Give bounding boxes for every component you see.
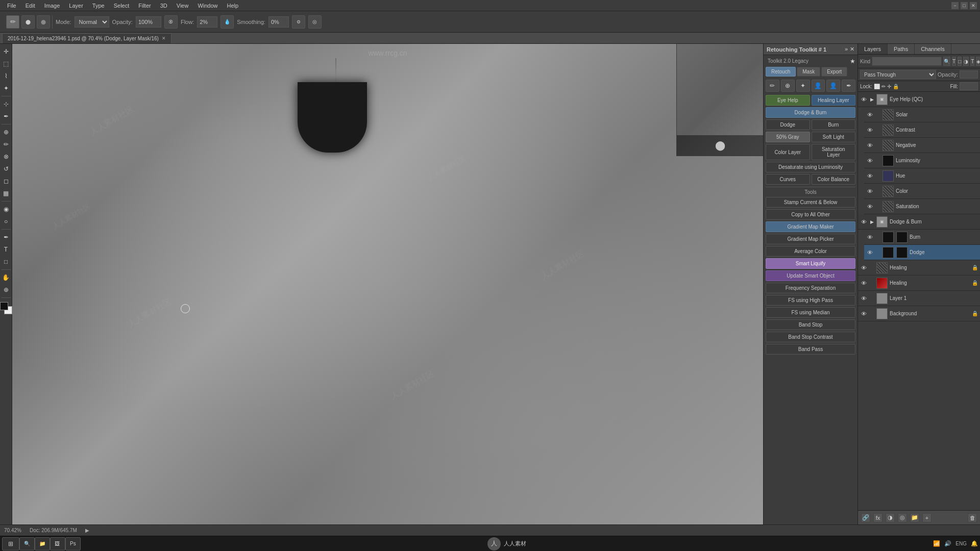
active-file-tab[interactable]: 2016-12-19_helena23946 1.psd @ 70.4% (Do… xyxy=(2,33,172,43)
layer-item-background[interactable]: 👁 Background 🔒 xyxy=(858,306,980,321)
site-logo[interactable]: 人 xyxy=(487,537,501,550)
smart-liquify-button[interactable]: Smart Liquify xyxy=(766,258,855,269)
new-adjustment-button[interactable]: ◎ xyxy=(898,513,907,522)
crop-tool[interactable]: ⊹ xyxy=(1,98,12,110)
layer-item-layer1[interactable]: 👁 Layer 1 xyxy=(858,291,980,306)
toolkit-tab-export[interactable]: Export xyxy=(821,67,847,77)
color-balance-button[interactable]: Color Balance xyxy=(812,174,856,185)
lock-move-icon[interactable]: ✛ xyxy=(887,84,891,89)
layer-type-icon[interactable]: T xyxy=(952,57,956,66)
layer-shape-icon[interactable]: ◈ xyxy=(976,57,980,66)
fs-median-button[interactable]: FS using Median xyxy=(766,307,855,318)
layer-item-healing-1[interactable]: 👁 Healing 🔒 xyxy=(858,260,980,276)
layer-filter-icon[interactable]: □ xyxy=(958,57,962,66)
brush-palette-tool[interactable]: ✏ xyxy=(1,139,12,150)
healing-tool[interactable]: ⊕ xyxy=(1,127,12,138)
ps-taskbar[interactable]: Ps xyxy=(65,537,81,550)
tk-icon-brush[interactable]: ✏ xyxy=(766,80,779,92)
brush-size-icon[interactable]: ⬤ xyxy=(21,15,35,29)
tk-icon-healing[interactable]: ✦ xyxy=(796,80,810,92)
smoothing-options-icon[interactable]: ⚙ xyxy=(292,15,305,29)
visibility-eye-help[interactable]: 👁 xyxy=(860,96,867,103)
add-style-button[interactable]: fx xyxy=(873,513,883,522)
new-group-button[interactable]: 📁 xyxy=(910,513,919,522)
toolkit-close-icon[interactable]: ✕ xyxy=(850,46,854,53)
layer-item-burn[interactable]: 👁 Burn xyxy=(864,230,980,245)
tk-icon-brush2[interactable]: ✒ xyxy=(842,80,855,92)
pressure-icon[interactable]: ⦿ xyxy=(164,15,178,29)
search-icon[interactable]: 🔍 xyxy=(943,57,950,66)
burn-button[interactable]: Burn xyxy=(812,119,856,130)
menu-select[interactable]: Select xyxy=(110,2,134,10)
toolkit-favorite-icon[interactable]: ★ xyxy=(850,58,855,65)
visibility-luminosity[interactable]: 👁 xyxy=(866,157,873,164)
toolkit-tab-retouch[interactable]: Retouch xyxy=(766,67,796,77)
layer-item-dodge-burn-group[interactable]: 👁 ▶ ▣ Dodge & Burn xyxy=(858,214,980,230)
visibility-burn[interactable]: 👁 xyxy=(866,234,873,241)
toolkit-expand-icon[interactable]: » xyxy=(845,46,848,53)
saturation-layer-button[interactable]: Saturation Layer xyxy=(812,144,856,160)
visibility-solar[interactable]: 👁 xyxy=(866,111,873,118)
text-tool[interactable]: T xyxy=(1,244,12,255)
layer-item-color[interactable]: 👁 Color xyxy=(864,184,980,199)
layer-item-eye-help-group[interactable]: 👁 ▶ ▣ Eye Help (QC) xyxy=(858,92,980,107)
expand-dodge-burn[interactable]: ▶ xyxy=(869,219,874,224)
eye-help-button[interactable]: Eye Help xyxy=(766,95,810,106)
stamp-current-button[interactable]: Stamp Current & Below xyxy=(766,197,855,208)
tab-layers[interactable]: Layers xyxy=(858,44,888,54)
gradient-map-picker-button[interactable]: Gradient Map Picker xyxy=(766,234,855,244)
blur-tool[interactable]: ◉ xyxy=(1,204,12,215)
add-mask-button[interactable]: ◑ xyxy=(886,513,895,522)
menu-view[interactable]: View xyxy=(173,2,193,10)
visibility-dodge[interactable]: 👁 xyxy=(866,249,873,256)
color-swatches[interactable] xyxy=(0,302,12,314)
dodge-palette-tool[interactable]: ○ xyxy=(1,216,12,227)
start-button[interactable]: ⊞ xyxy=(2,537,19,550)
photos-taskbar[interactable]: 🖼 xyxy=(50,537,65,550)
layer-item-hue[interactable]: 👁 Hue xyxy=(864,168,980,184)
color-layer-button[interactable]: Color Layer xyxy=(766,144,810,160)
layer-item-saturation[interactable]: 👁 Saturation xyxy=(864,199,980,214)
tk-icon-person[interactable]: 👤 xyxy=(812,80,825,92)
flow-input[interactable] xyxy=(197,16,217,28)
file-tab-close-icon[interactable]: ✕ xyxy=(162,36,166,41)
menu-window[interactable]: Window xyxy=(193,2,222,10)
tk-icon-clone[interactable]: ⊕ xyxy=(781,80,795,92)
fill-value-input[interactable]: 100% xyxy=(960,82,978,90)
link-layers-button[interactable]: 🔗 xyxy=(861,513,870,522)
dodge-button[interactable]: Dodge xyxy=(766,119,810,130)
tab-paths[interactable]: Paths xyxy=(888,44,915,54)
gradient-map-maker-button[interactable]: Gradient Map Maker xyxy=(766,221,855,232)
layer-item-solar[interactable]: 👁 Solar xyxy=(864,107,980,122)
notification-icon[interactable]: 🔔 xyxy=(971,540,978,547)
clone-tool[interactable]: ⊗ xyxy=(1,151,12,162)
hand-tool[interactable]: ✋ xyxy=(1,272,12,283)
soft-light-button[interactable]: Soft Light xyxy=(812,132,856,142)
curves-button[interactable]: Curves xyxy=(766,174,810,185)
selection-tool[interactable]: ⬚ xyxy=(1,58,12,69)
eraser-tool[interactable]: ◻ xyxy=(1,176,12,187)
update-smart-object-button[interactable]: Update Smart Object xyxy=(766,270,855,281)
lasso-tool[interactable]: ⌇ xyxy=(1,70,12,82)
fifty-gray-button[interactable]: 50% Gray xyxy=(766,132,810,142)
thumb-icon[interactable]: ⬤ xyxy=(715,140,725,151)
visibility-color[interactable]: 👁 xyxy=(866,188,873,195)
magic-wand-tool[interactable]: ✦ xyxy=(1,83,12,94)
fs-high-pass-button[interactable]: FS using High Pass xyxy=(766,295,855,306)
lock-all-icon[interactable]: 🔒 xyxy=(893,84,899,89)
copy-to-all-button[interactable]: Copy to All Other xyxy=(766,209,855,220)
visibility-saturation[interactable]: 👁 xyxy=(866,203,873,210)
blend-mode-select[interactable]: Pass Through Normal Multiply xyxy=(860,70,936,79)
layer-search-input[interactable] xyxy=(872,57,942,66)
menu-edit[interactable]: Edit xyxy=(21,2,39,10)
menu-type[interactable]: Type xyxy=(88,2,109,10)
band-pass-button[interactable]: Band Pass xyxy=(766,344,855,355)
layer-item-luminosity[interactable]: 👁 Luminosity xyxy=(864,153,980,168)
delete-layer-button[interactable]: 🗑 xyxy=(968,513,977,522)
mode-select[interactable]: Normal Multiply Screen xyxy=(75,16,109,28)
opacity-input[interactable] xyxy=(136,16,161,28)
menu-3d[interactable]: 3D xyxy=(156,2,172,10)
extra-options-icon[interactable]: ◎ xyxy=(308,15,322,29)
opacity-value-input[interactable]: 100% xyxy=(960,70,978,79)
new-layer-button[interactable]: + xyxy=(922,513,932,522)
